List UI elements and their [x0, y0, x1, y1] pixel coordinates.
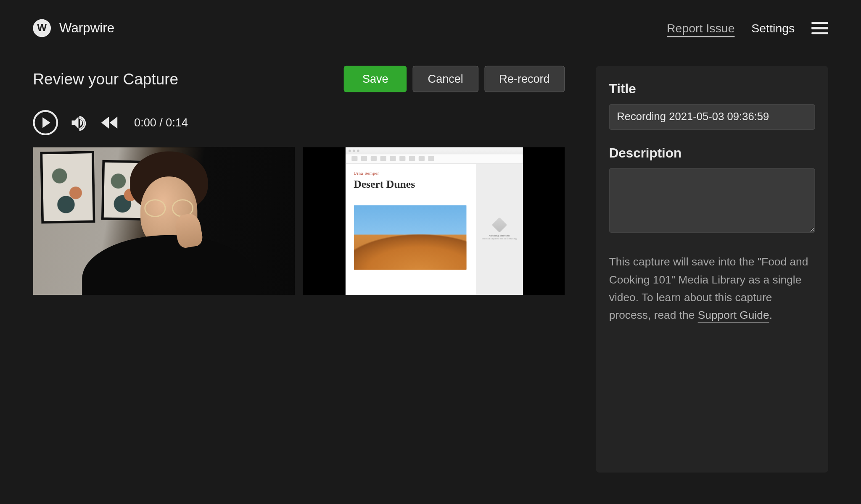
brand: W Warpwire	[33, 19, 114, 37]
screen-thumbnail: Urna Semper Desert Dunes Nothing selecte…	[345, 147, 523, 295]
app-header: W Warpwire Report Issue Settings	[0, 0, 861, 49]
brand-name: Warpwire	[59, 20, 114, 36]
support-guide-link[interactable]: Support Guide	[698, 309, 769, 321]
doc-eyebrow: Urna Semper	[354, 171, 467, 176]
volume-button[interactable]	[69, 114, 87, 132]
camera-preview[interactable]	[33, 147, 295, 295]
save-button[interactable]: Save	[344, 66, 407, 92]
title-input[interactable]	[609, 104, 815, 130]
help-text-b: .	[769, 309, 772, 321]
action-buttons: Save Cancel Re-record	[344, 66, 565, 92]
doc-image	[354, 205, 466, 270]
brand-logo-icon: W	[33, 19, 51, 37]
play-icon	[42, 117, 50, 128]
rerecord-button[interactable]: Re-record	[484, 66, 565, 92]
cancel-button[interactable]: Cancel	[413, 66, 478, 92]
help-text: This capture will save into the "Food an…	[609, 253, 815, 324]
screen-preview[interactable]: Urna Semper Desert Dunes Nothing selecte…	[303, 147, 565, 295]
doc-side-sub: Select an object to see its formatting	[482, 236, 517, 239]
header-actions: Report Issue Settings	[667, 21, 828, 36]
time-display: 0:00 / 0:14	[134, 116, 188, 129]
description-input[interactable]	[609, 168, 815, 233]
doc-side-heading: Nothing selected	[489, 234, 510, 236]
title-label: Title	[609, 81, 815, 97]
doc-title: Desert Dunes	[354, 178, 467, 191]
report-issue-link[interactable]: Report Issue	[667, 21, 735, 35]
format-brush-icon	[491, 217, 507, 232]
menu-icon[interactable]	[811, 21, 828, 36]
settings-link[interactable]: Settings	[751, 21, 795, 35]
page-title: Review your Capture	[33, 70, 178, 88]
details-panel: Title Description This capture will save…	[596, 66, 828, 473]
rewind-button[interactable]	[99, 115, 119, 131]
play-button[interactable]	[33, 110, 58, 135]
camera-thumbnail	[33, 147, 295, 295]
description-label: Description	[609, 145, 815, 161]
player-controls: 0:00 / 0:14	[33, 110, 565, 135]
